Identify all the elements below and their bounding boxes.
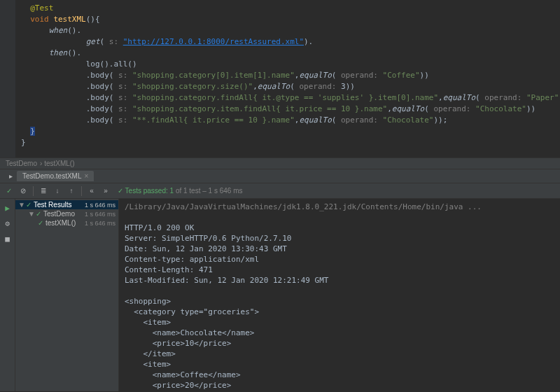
tree-node-method[interactable]: ✓testXML() 1 s 646 ms <box>15 218 118 227</box>
run-tool-tabs: ▸ TestDemo.testXML × <box>0 169 560 183</box>
sort-icon[interactable]: ≣ <box>37 185 50 197</box>
stop-icon[interactable]: ■ <box>1 232 14 245</box>
tree-node-class[interactable]: ▼✓TestDemo 1 s 646 ms <box>15 209 118 218</box>
breadcrumb-class[interactable]: TestDemo <box>6 160 37 167</box>
check-icon[interactable]: ✓ <box>3 185 15 197</box>
config-icon[interactable]: ⚙ <box>1 217 14 230</box>
run-panel: ▶ ⚙ ■ ▼✓Test Results 1 s 646 ms ▼✓TestDe… <box>0 199 560 391</box>
run-side-toolbar: ▶ ⚙ ■ <box>0 199 15 391</box>
run-icon[interactable]: ▸ <box>4 170 17 183</box>
test-status: ✓ Tests passed: 1 of 1 test – 1 s 646 ms <box>118 187 243 195</box>
prev-icon[interactable]: « <box>85 185 98 197</box>
expand-icon[interactable]: ↓ <box>51 185 64 197</box>
collapse-icon[interactable]: ↑ <box>65 185 78 197</box>
method-name: testXML <box>53 15 85 24</box>
filter-icon[interactable]: ⊘ <box>17 185 29 197</box>
console-output[interactable]: /Library/Java/JavaVirtualMachines/jdk1.8… <box>119 199 560 391</box>
request-url: "http://127.0.0.1:8000/restAssured.xml" <box>123 37 304 46</box>
run-tab[interactable]: TestDemo.testXML × <box>17 171 94 181</box>
rerun-icon[interactable]: ▶ <box>1 202 14 214</box>
tree-root[interactable]: ▼✓Test Results 1 s 646 ms <box>15 200 118 209</box>
java-command: /Library/Java/JavaVirtualMachines/jdk1.8… <box>125 202 554 212</box>
run-toolbar: ✓ ⊘ ≣ ↓ ↑ « » ✓ Tests passed: 1 of 1 tes… <box>0 183 560 199</box>
close-icon[interactable]: × <box>84 172 88 180</box>
annotation: @Test <box>30 4 53 13</box>
editor-gutter <box>0 0 15 158</box>
code-editor[interactable]: @Test void testXML(){ when(). get( s: "h… <box>0 0 560 158</box>
test-tree[interactable]: ▼✓Test Results 1 s 646 ms ▼✓TestDemo 1 s… <box>15 199 119 391</box>
breadcrumb: TestDemo› testXML() <box>0 158 560 169</box>
next-icon[interactable]: » <box>99 185 112 197</box>
run-tab-label: TestDemo.testXML <box>22 172 81 180</box>
breadcrumb-method[interactable]: testXML() <box>44 160 74 167</box>
